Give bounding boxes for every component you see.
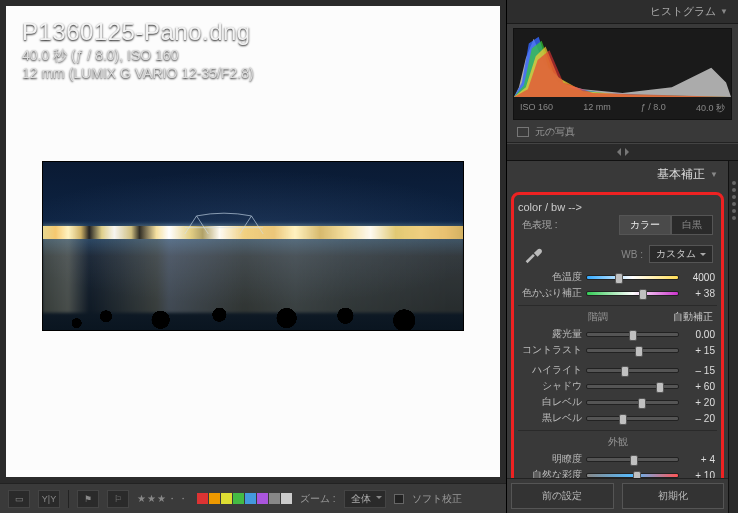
auto-tone-button[interactable]: 自動補正 <box>673 310 713 324</box>
previous-settings-button[interactable]: 前の設定 <box>511 483 614 509</box>
basic-panel: color / bw --> 色表現 : カラー 白黒 WB : カスタム 色温… <box>507 188 728 478</box>
reset-button[interactable]: 初期化 <box>622 483 725 509</box>
flag-reject-icon[interactable]: ⚐ <box>107 490 129 508</box>
slider-whites[interactable]: 白レベル+ 20 <box>518 394 717 410</box>
slider-highlights[interactable]: ハイライト– 15 <box>518 362 717 378</box>
soft-proof-label: ソフト校正 <box>412 492 462 506</box>
lens-info: 12 mm (LUMIX G VARIO 12-35/F2.8) <box>22 64 254 82</box>
image-canvas[interactable]: P1360125-Pano.dng 40.0 秒 (ƒ / 8.0), ISO … <box>6 6 500 477</box>
wb-label: WB : <box>621 249 643 260</box>
color-labels[interactable] <box>197 493 292 504</box>
slider-shadows[interactable]: シャドウ+ 60 <box>518 378 717 394</box>
rating-stars[interactable]: ★★★・・ <box>137 492 189 506</box>
file-name: P1360125-Pano.dng <box>22 18 254 46</box>
view-mode-compare-icon[interactable]: Y|Y <box>38 490 60 508</box>
treatment-color[interactable]: カラー <box>619 215 671 235</box>
slider-blacks[interactable]: 黒レベル– 20 <box>518 410 717 426</box>
original-toggle[interactable]: 元の写真 <box>507 122 738 143</box>
treatment-label: 色表現 : <box>522 218 558 232</box>
panel-footer: 前の設定 初期化 <box>507 478 728 513</box>
histogram[interactable]: ISO 160 12 mm ƒ / 8.0 40.0 秒 <box>513 28 732 120</box>
preview-image <box>42 161 464 331</box>
slider-exposure[interactable]: 露光量0.00 <box>518 326 717 342</box>
exposure-info: 40.0 秒 (ƒ / 8.0), ISO 160 <box>22 46 254 64</box>
flag-pick-icon[interactable]: ⚑ <box>77 490 99 508</box>
main-area: P1360125-Pano.dng 40.0 秒 (ƒ / 8.0), ISO … <box>0 0 506 513</box>
hist-focal: 12 mm <box>583 102 611 115</box>
soft-proof-checkbox[interactable] <box>394 494 404 504</box>
panel-scrollbar[interactable] <box>728 161 738 513</box>
slider-vibrance[interactable]: 自然な彩度+ 10 <box>518 467 717 478</box>
wb-select[interactable]: カスタム <box>649 245 713 263</box>
panel-nav[interactable] <box>507 143 738 161</box>
file-info-overlay: P1360125-Pano.dng 40.0 秒 (ƒ / 8.0), ISO … <box>22 18 254 82</box>
hist-shutter: 40.0 秒 <box>696 102 725 115</box>
slider-contrast[interactable]: コントラスト+ 15 <box>518 342 717 358</box>
slider-temp[interactable]: 色温度4000 <box>518 269 717 285</box>
basic-panel-header[interactable]: 基本補正 <box>507 161 728 188</box>
hist-iso: ISO 160 <box>520 102 553 115</box>
eyedropper-icon[interactable] <box>522 243 544 265</box>
zoom-label: ズーム : <box>300 492 336 506</box>
histogram-header[interactable]: ヒストグラム <box>507 0 738 24</box>
right-panel: ヒストグラム ISO 160 12 mm ƒ / 8.0 40.0 秒 元の写真… <box>506 0 738 513</box>
zoom-select[interactable]: 全体 <box>344 490 386 508</box>
presence-section-label: 外観 <box>522 435 713 449</box>
tone-section-label: 階調 <box>522 310 673 324</box>
view-mode-single-icon[interactable]: ▭ <box>8 490 30 508</box>
highlighted-region: color / bw --> 色表現 : カラー 白黒 WB : カスタム 色温… <box>511 192 724 478</box>
treatment-bw[interactable]: 白黒 <box>671 215 713 235</box>
slider-clarity[interactable]: 明瞭度+ 4 <box>518 451 717 467</box>
slider-tint[interactable]: 色かぶり補正+ 38 <box>518 285 717 301</box>
hist-aperture: ƒ / 8.0 <box>641 102 666 115</box>
treatment-toggle[interactable]: カラー 白黒 <box>619 215 713 235</box>
app-root: P1360125-Pano.dng 40.0 秒 (ƒ / 8.0), ISO … <box>0 0 738 513</box>
bottom-toolbar: ▭ Y|Y ⚑ ⚐ ★★★・・ ズーム : 全体 ソフト校正 <box>0 483 506 513</box>
